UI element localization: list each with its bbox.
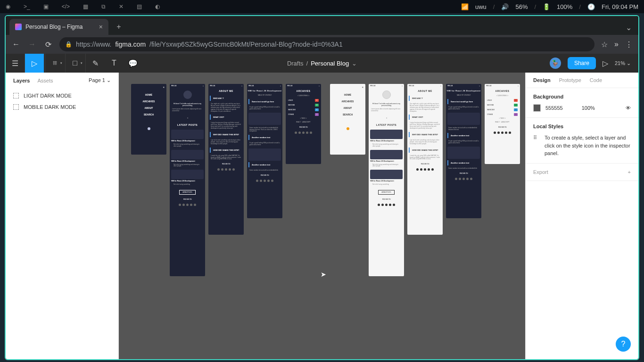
frame-dark-home[interactable]: IRELLIA≡ Hi there! I'm Irellia and welco… [170,84,205,276]
moon-icon [148,127,150,130]
page-selector[interactable]: Page 1 ⌄ [89,77,111,83]
steam-icon[interactable]: ◐ [155,3,160,10]
sun-icon [347,127,349,130]
new-tab-button[interactable]: + [112,20,125,33]
files-icon[interactable]: ▣ [43,3,49,10]
extensions-icon[interactable]: » [614,40,619,49]
frame-icon [13,93,19,99]
figma-favicon-icon [15,24,22,30]
layer-item[interactable]: LIGHT DARK MODE [6,90,118,101]
tab-layers[interactable]: Layers [13,78,30,83]
hamburger-icon: ≡ [479,85,480,87]
frame-dark-menu[interactable]: × HOME ARCHIVES ABOUT SEARCH [131,84,166,155]
chat-icon[interactable]: ▤ [137,3,142,10]
hamburger-icon: ≡ [203,85,204,87]
move-tool[interactable]: ▷ [25,54,44,73]
bookmark-icon[interactable]: ☆ [601,40,608,49]
add-export-icon[interactable]: + [628,169,631,175]
figma-canvas[interactable]: × HOME ARCHIVES ABOUT SEARCH IRELLIA≡ Hi… [119,73,525,359]
tab-prototype[interactable]: Prototype [559,77,581,83]
figma-toolbar: ☰ ▷ ▾ ⌗ ▾ □ ▾ ✎ T 💬 Drafts / Personal Bl… [6,54,638,73]
battery-icon[interactable]: 🔋 [543,3,550,10]
avatar-icon [183,90,192,99]
tab-dropdown-icon[interactable]: ⌄ [626,23,632,32]
hamburger-icon: ≡ [241,85,242,87]
background-label: Background [533,94,631,99]
help-button[interactable]: ? [616,337,631,352]
frame-light-archives[interactable]: IRELLIA≡ ARCHIVES < CATEGORIES /> LINUX8… [485,84,520,164]
present-icon[interactable]: ▷ [603,59,608,68]
zoom-level[interactable]: 21% ⌄ [615,60,631,66]
bg-opacity[interactable]: 100% [582,105,595,111]
avatar[interactable]: 🦆 [550,58,561,69]
file-caret-icon[interactable]: ⌄ [352,60,357,67]
volume-value: 56% [515,3,528,10]
pen-tool[interactable]: ✎ [86,54,105,73]
tab-strip: Personal Blog – Figma × + ⌄ [6,16,638,35]
inspector-panel: Design Prototype Code Background 555555 … [525,73,638,359]
styles-grid-icon: ⠿ [533,134,540,157]
frame-dark-post[interactable]: IRELLIA≡ VIM for React JS Development TA… [247,84,282,218]
volume-icon[interactable]: 🔊 [501,3,509,10]
terminal-icon[interactable]: >_ [24,3,30,10]
clock-icon[interactable]: 🕘 [587,3,595,10]
hamburger-icon: ≡ [402,85,403,87]
avatar-icon [382,90,391,99]
address-bar: ← → ⟳ 🔒 https://www.figma.com/file/Ysxwp… [6,35,638,54]
tools-icon[interactable]: ✕ [119,3,124,10]
tab-close-icon[interactable]: × [99,23,103,31]
frame-dark-about[interactable]: IRELLIA≡ ABOUT ME WHO AM I ? You might a… [208,84,244,235]
wifi-name: uwu [475,3,487,10]
local-styles-label: Local Styles [533,123,631,129]
comment-tool[interactable]: 💬 [124,54,142,73]
forward-button[interactable]: → [27,40,37,49]
back-button[interactable]: ← [11,40,21,49]
battery-value: 100% [557,3,572,10]
app-launcher-icon[interactable]: ◉ [6,3,10,10]
bg-hex[interactable]: 555555 [545,105,563,111]
frame-light-post[interactable]: IRELLIA≡ VIM for React JS Development TA… [446,84,481,218]
frame-tool[interactable]: ⌗ [45,54,64,73]
breadcrumb-drafts[interactable]: Drafts [287,60,304,67]
tab-design[interactable]: Design [533,77,551,83]
video-icon[interactable]: ⧉ [101,3,106,10]
tab-assets[interactable]: Assets [37,78,53,83]
url-input[interactable]: 🔒 https://www.figma.com/file/Ysxwp6SZk5w… [59,37,594,51]
frame-light-menu[interactable]: × HOME ARCHIVES ABOUT SEARCH [330,84,365,155]
close-icon: × [362,86,363,89]
reload-button[interactable]: ⟳ [43,40,53,49]
main-menu-button[interactable]: ☰ [6,54,25,73]
cursor-icon: ➤ [321,271,326,278]
styles-hint: To create a style, select a layer and cl… [545,134,631,157]
hamburger-icon: ≡ [440,85,441,87]
media-icon[interactable]: ▦ [83,3,88,10]
close-icon: × [163,86,165,89]
frame-icon [13,104,19,110]
frame-dark-archives[interactable]: IRELLIA≡ ARCHIVES < CATEGORIES /> LINUX8… [286,84,321,164]
hamburger-icon: ≡ [319,85,320,87]
code-icon[interactable]: </> [62,3,70,10]
layers-panel: Layers Assets Page 1 ⌄ LIGHT DARK MODE M… [6,73,119,359]
datetime: Fri, 09:04 PM [602,3,638,10]
menu-icon[interactable]: ⋮ [625,40,633,49]
hamburger-icon: ≡ [518,85,519,87]
browser-window: Personal Blog – Figma × + ⌄ ← → ⟳ 🔒 http… [5,15,639,360]
system-menubar: ◉ >_ ▣ </> ▦ ⧉ ✕ ▤ ◐ 📶 uwu / 🔊 56% / 🔋 1… [0,0,644,13]
share-button[interactable]: Share [568,57,596,69]
bg-swatch[interactable] [533,104,541,112]
lock-icon: 🔒 [65,41,72,48]
tab-code[interactable]: Code [590,77,602,83]
layer-item[interactable]: MOBILE DARK MODE [6,101,118,113]
shape-tool[interactable]: □ [66,54,84,73]
visibility-icon[interactable]: 👁 [626,105,631,111]
export-label[interactable]: Export [533,169,548,175]
text-tool[interactable]: T [105,54,124,73]
browser-tab[interactable]: Personal Blog – Figma × [9,19,108,35]
tab-title: Personal Blog – Figma [25,24,83,30]
hamburger-icon: ≡ [280,85,281,87]
frame-light-home[interactable]: IRELLIA≡ Hi there! I'm Irellia and welco… [369,84,404,276]
wifi-icon[interactable]: 📶 [461,3,469,10]
breadcrumb-file[interactable]: Personal Blog [311,60,349,67]
breadcrumb: Drafts / Personal Blog ⌄ [287,60,357,67]
frame-light-about[interactable]: IRELLIA≡ ABOUT ME WHO AM I ? You might a… [407,84,443,235]
